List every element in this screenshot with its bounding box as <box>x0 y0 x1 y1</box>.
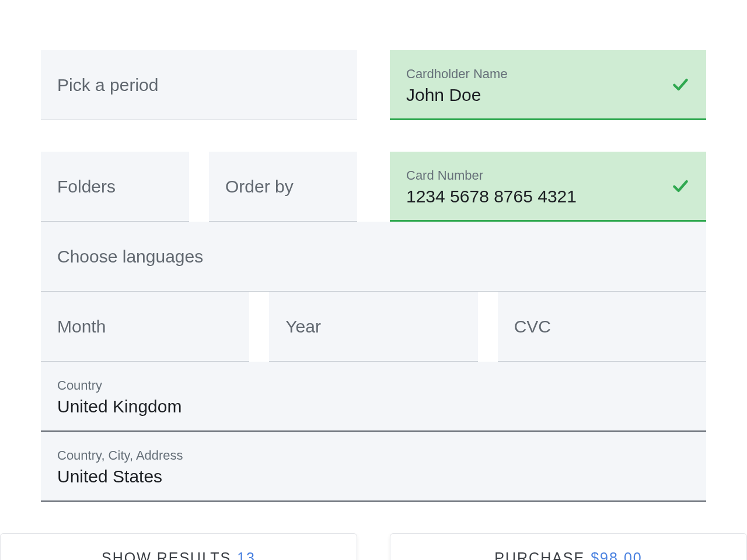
cardholder-name-field[interactable]: Cardholder Name John Doe <box>390 50 706 120</box>
country-label: Country <box>57 378 181 393</box>
country-select[interactable]: Country United Kingdom <box>41 362 706 432</box>
check-icon <box>671 177 690 195</box>
show-results-button[interactable]: SHOW RESULTS 13 <box>0 533 357 560</box>
order-by-select[interactable]: Order by <box>209 152 357 222</box>
languages-placeholder: Choose languages <box>57 247 203 267</box>
cvc-placeholder: CVC <box>514 317 551 337</box>
folders-select[interactable]: Folders <box>41 152 189 222</box>
expiry-year-field[interactable]: Year <box>269 292 477 362</box>
show-results-label: SHOW RESULTS <box>102 550 231 561</box>
purchase-button[interactable]: PURCHASE $98.00 <box>390 533 747 560</box>
show-results-count: 13 <box>237 550 256 561</box>
expiry-month-placeholder: Month <box>57 317 106 337</box>
card-number-label: Card Number <box>406 168 577 183</box>
cvc-field[interactable]: CVC <box>498 292 706 362</box>
cardholder-label: Cardholder Name <box>406 66 508 82</box>
country-value: United Kingdom <box>57 397 181 416</box>
purchase-label: PURCHASE <box>494 550 585 561</box>
billing-address-field[interactable]: Country, City, Address United States <box>41 432 706 502</box>
card-number-value: 1234 5678 8765 4321 <box>406 187 577 206</box>
expiry-month-field[interactable]: Month <box>41 292 249 362</box>
billing-address-value: United States <box>57 467 183 487</box>
folders-placeholder: Folders <box>57 177 116 197</box>
languages-select[interactable]: Choose languages <box>41 222 706 292</box>
expiry-year-placeholder: Year <box>285 317 321 337</box>
check-icon <box>671 75 690 94</box>
card-number-field[interactable]: Card Number 1234 5678 8765 4321 <box>390 152 706 222</box>
cardholder-value: John Doe <box>406 85 508 105</box>
order-by-placeholder: Order by <box>225 177 294 197</box>
period-placeholder: Pick a period <box>57 75 158 95</box>
period-select[interactable]: Pick a period <box>41 50 357 120</box>
billing-address-label: Country, City, Address <box>57 448 183 463</box>
purchase-amount: $98.00 <box>591 550 642 561</box>
